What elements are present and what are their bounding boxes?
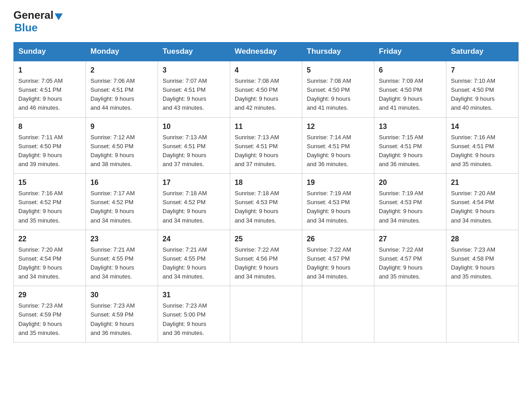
day-info: Sunrise: 7:11 AMSunset: 4:50 PMDaylight:… bbox=[18, 133, 81, 169]
calendar-cell: 1Sunrise: 7:05 AMSunset: 4:51 PMDaylight… bbox=[14, 61, 86, 117]
calendar-cell: 14Sunrise: 7:16 AMSunset: 4:51 PMDayligh… bbox=[446, 117, 519, 174]
calendar-cell bbox=[230, 286, 302, 342]
day-number: 9 bbox=[90, 121, 153, 132]
calendar-week-row: 8Sunrise: 7:11 AMSunset: 4:50 PMDaylight… bbox=[14, 117, 519, 174]
calendar-cell bbox=[374, 286, 446, 342]
calendar-table: SundayMondayTuesdayWednesdayThursdayFrid… bbox=[13, 42, 519, 342]
day-info: Sunrise: 7:16 AMSunset: 4:51 PMDaylight:… bbox=[451, 133, 514, 169]
day-number: 8 bbox=[18, 121, 81, 132]
day-number: 18 bbox=[235, 177, 297, 188]
day-number: 7 bbox=[451, 65, 514, 76]
logo-blue-text: Blue bbox=[14, 21, 38, 34]
day-number: 12 bbox=[307, 121, 369, 132]
calendar-cell: 15Sunrise: 7:16 AMSunset: 4:52 PMDayligh… bbox=[14, 174, 86, 230]
day-number: 19 bbox=[307, 177, 369, 188]
day-number: 26 bbox=[307, 234, 369, 244]
calendar-week-row: 29Sunrise: 7:23 AMSunset: 4:59 PMDayligh… bbox=[14, 286, 519, 342]
day-number: 28 bbox=[451, 234, 514, 244]
calendar-cell: 25Sunrise: 7:22 AMSunset: 4:56 PMDayligh… bbox=[230, 230, 302, 286]
calendar-cell: 24Sunrise: 7:21 AMSunset: 4:55 PMDayligh… bbox=[158, 230, 230, 286]
calendar-cell: 23Sunrise: 7:21 AMSunset: 4:55 PMDayligh… bbox=[86, 230, 158, 286]
day-info: Sunrise: 7:09 AMSunset: 4:50 PMDaylight:… bbox=[379, 77, 442, 113]
day-info: Sunrise: 7:17 AMSunset: 4:52 PMDaylight:… bbox=[90, 189, 153, 225]
day-info: Sunrise: 7:20 AMSunset: 4:54 PMDaylight:… bbox=[18, 245, 81, 282]
weekday-header-sunday: Sunday bbox=[14, 43, 86, 61]
day-info: Sunrise: 7:20 AMSunset: 4:54 PMDaylight:… bbox=[451, 189, 514, 225]
day-number: 17 bbox=[163, 177, 225, 188]
calendar-cell: 22Sunrise: 7:20 AMSunset: 4:54 PMDayligh… bbox=[14, 230, 86, 286]
day-info: Sunrise: 7:13 AMSunset: 4:51 PMDaylight:… bbox=[163, 133, 225, 169]
calendar-cell: 27Sunrise: 7:22 AMSunset: 4:57 PMDayligh… bbox=[374, 230, 446, 286]
weekday-header-friday: Friday bbox=[374, 43, 446, 61]
day-info: Sunrise: 7:21 AMSunset: 4:55 PMDaylight:… bbox=[90, 245, 153, 282]
calendar-week-row: 1Sunrise: 7:05 AMSunset: 4:51 PMDaylight… bbox=[14, 61, 519, 117]
day-info: Sunrise: 7:18 AMSunset: 4:52 PMDaylight:… bbox=[163, 189, 225, 225]
day-number: 13 bbox=[379, 121, 442, 132]
calendar-cell: 2Sunrise: 7:06 AMSunset: 4:51 PMDaylight… bbox=[86, 61, 158, 117]
calendar-cell: 8Sunrise: 7:11 AMSunset: 4:50 PMDaylight… bbox=[14, 117, 86, 174]
day-number: 20 bbox=[379, 177, 442, 188]
weekday-header-thursday: Thursday bbox=[302, 43, 374, 61]
day-info: Sunrise: 7:18 AMSunset: 4:53 PMDaylight:… bbox=[235, 189, 297, 225]
calendar-cell: 12Sunrise: 7:14 AMSunset: 4:51 PMDayligh… bbox=[302, 117, 374, 174]
calendar-cell bbox=[446, 286, 519, 342]
day-info: Sunrise: 7:19 AMSunset: 4:53 PMDaylight:… bbox=[307, 189, 369, 225]
calendar-cell: 3Sunrise: 7:07 AMSunset: 4:51 PMDaylight… bbox=[158, 61, 230, 117]
calendar-week-row: 22Sunrise: 7:20 AMSunset: 4:54 PMDayligh… bbox=[14, 230, 519, 286]
day-info: Sunrise: 7:19 AMSunset: 4:53 PMDaylight:… bbox=[379, 189, 442, 225]
day-number: 10 bbox=[163, 121, 225, 132]
calendar-cell: 26Sunrise: 7:22 AMSunset: 4:57 PMDayligh… bbox=[302, 230, 374, 286]
calendar-cell: 30Sunrise: 7:23 AMSunset: 4:59 PMDayligh… bbox=[86, 286, 158, 342]
calendar-cell: 6Sunrise: 7:09 AMSunset: 4:50 PMDaylight… bbox=[374, 61, 446, 117]
day-number: 21 bbox=[451, 177, 514, 188]
weekday-header-saturday: Saturday bbox=[446, 43, 519, 61]
calendar-cell: 9Sunrise: 7:12 AMSunset: 4:50 PMDaylight… bbox=[86, 117, 158, 174]
calendar-cell: 21Sunrise: 7:20 AMSunset: 4:54 PMDayligh… bbox=[446, 174, 519, 230]
day-info: Sunrise: 7:06 AMSunset: 4:51 PMDaylight:… bbox=[90, 77, 153, 113]
day-info: Sunrise: 7:22 AMSunset: 4:57 PMDaylight:… bbox=[379, 245, 442, 282]
day-number: 25 bbox=[235, 234, 297, 244]
day-info: Sunrise: 7:07 AMSunset: 4:51 PMDaylight:… bbox=[163, 77, 225, 113]
calendar-cell: 18Sunrise: 7:18 AMSunset: 4:53 PMDayligh… bbox=[230, 174, 302, 230]
calendar-cell: 5Sunrise: 7:08 AMSunset: 4:50 PMDaylight… bbox=[302, 61, 374, 117]
calendar-cell: 11Sunrise: 7:13 AMSunset: 4:51 PMDayligh… bbox=[230, 117, 302, 174]
day-info: Sunrise: 7:22 AMSunset: 4:57 PMDaylight:… bbox=[307, 245, 369, 282]
calendar-cell: 19Sunrise: 7:19 AMSunset: 4:53 PMDayligh… bbox=[302, 174, 374, 230]
weekday-header-wednesday: Wednesday bbox=[230, 43, 302, 61]
day-info: Sunrise: 7:21 AMSunset: 4:55 PMDaylight:… bbox=[163, 245, 225, 282]
calendar-cell: 29Sunrise: 7:23 AMSunset: 4:59 PMDayligh… bbox=[14, 286, 86, 342]
logo-arrow-icon bbox=[55, 13, 63, 20]
day-number: 3 bbox=[163, 65, 225, 76]
day-info: Sunrise: 7:08 AMSunset: 4:50 PMDaylight:… bbox=[307, 77, 369, 113]
day-info: Sunrise: 7:16 AMSunset: 4:52 PMDaylight:… bbox=[18, 189, 81, 225]
weekday-header-row: SundayMondayTuesdayWednesdayThursdayFrid… bbox=[14, 43, 519, 61]
page-header: General Blue bbox=[13, 9, 519, 34]
day-number: 6 bbox=[379, 65, 442, 76]
day-number: 2 bbox=[90, 65, 153, 76]
day-number: 5 bbox=[307, 65, 369, 76]
calendar-cell: 10Sunrise: 7:13 AMSunset: 4:51 PMDayligh… bbox=[158, 117, 230, 174]
day-info: Sunrise: 7:15 AMSunset: 4:51 PMDaylight:… bbox=[379, 133, 442, 169]
day-number: 31 bbox=[163, 290, 225, 300]
day-number: 16 bbox=[90, 177, 153, 188]
day-info: Sunrise: 7:13 AMSunset: 4:51 PMDaylight:… bbox=[235, 133, 297, 169]
day-number: 15 bbox=[18, 177, 81, 188]
calendar-cell: 17Sunrise: 7:18 AMSunset: 4:52 PMDayligh… bbox=[158, 174, 230, 230]
calendar-cell: 7Sunrise: 7:10 AMSunset: 4:50 PMDaylight… bbox=[446, 61, 519, 117]
day-number: 14 bbox=[451, 121, 514, 132]
calendar-cell: 31Sunrise: 7:23 AMSunset: 5:00 PMDayligh… bbox=[158, 286, 230, 342]
calendar-cell: 16Sunrise: 7:17 AMSunset: 4:52 PMDayligh… bbox=[86, 174, 158, 230]
calendar-cell: 13Sunrise: 7:15 AMSunset: 4:51 PMDayligh… bbox=[374, 117, 446, 174]
day-number: 27 bbox=[379, 234, 442, 244]
calendar-cell: 28Sunrise: 7:23 AMSunset: 4:58 PMDayligh… bbox=[446, 230, 519, 286]
day-info: Sunrise: 7:23 AMSunset: 5:00 PMDaylight:… bbox=[163, 301, 225, 338]
day-number: 29 bbox=[18, 290, 81, 300]
day-number: 22 bbox=[18, 234, 81, 244]
calendar-cell: 20Sunrise: 7:19 AMSunset: 4:53 PMDayligh… bbox=[374, 174, 446, 230]
day-info: Sunrise: 7:23 AMSunset: 4:59 PMDaylight:… bbox=[90, 301, 153, 338]
weekday-header-tuesday: Tuesday bbox=[158, 43, 230, 61]
day-info: Sunrise: 7:14 AMSunset: 4:51 PMDaylight:… bbox=[307, 133, 369, 169]
logo-general-text: General bbox=[13, 9, 53, 21]
calendar-cell bbox=[302, 286, 374, 342]
day-info: Sunrise: 7:12 AMSunset: 4:50 PMDaylight:… bbox=[90, 133, 153, 169]
